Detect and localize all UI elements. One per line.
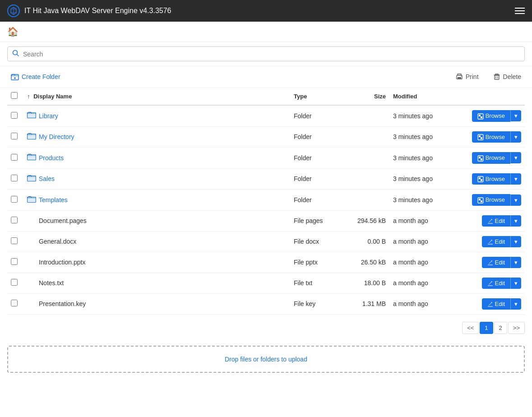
row-size-cell: 0.00 B <box>344 231 389 252</box>
browse-dropdown-button[interactable]: ▾ <box>510 131 521 143</box>
row-checkbox[interactable] <box>11 237 18 244</box>
table-row: TemplatesFolder3 minutes agoBrowse▾ <box>7 190 525 211</box>
row-checkbox-cell <box>7 210 23 231</box>
row-action-cell: Edit▾ <box>462 273 525 293</box>
browse-button-wrap: Browse▾ <box>472 131 521 143</box>
edit-dropdown-button[interactable]: ▾ <box>510 215 521 227</box>
folder-link[interactable]: Products <box>39 154 64 162</box>
edit-dropdown-button[interactable]: ▾ <box>510 257 521 268</box>
browse-icon <box>477 134 484 140</box>
table-row: SalesFolder3 minutes agoBrowse▾ <box>7 168 525 190</box>
menu-button[interactable] <box>515 8 525 14</box>
browse-button[interactable]: Browse <box>472 194 510 206</box>
row-type-cell: Folder <box>290 148 344 169</box>
row-checkbox[interactable] <box>11 258 18 265</box>
file-name: Presentation.key <box>39 300 86 307</box>
row-checkbox[interactable] <box>11 112 18 119</box>
row-checkbox[interactable] <box>11 133 18 139</box>
row-checkbox[interactable] <box>11 300 18 306</box>
row-checkbox-cell <box>7 190 23 211</box>
table-row: ProductsFolder3 minutes agoBrowse▾ <box>7 148 525 169</box>
folder-link[interactable]: My Directory <box>39 133 74 140</box>
edit-icon <box>487 259 493 265</box>
browse-button[interactable]: Browse <box>472 173 510 185</box>
pagination-page-2[interactable]: 2 <box>494 322 507 334</box>
table-row: Document.pagesFile pages294.56 kBa month… <box>7 210 525 231</box>
print-icon <box>456 73 463 80</box>
svg-rect-30 <box>481 179 482 181</box>
file-name: Document.pages <box>39 217 87 224</box>
browse-dropdown-button[interactable]: ▾ <box>510 152 521 163</box>
home-button[interactable]: 🏠 <box>7 27 19 37</box>
row-action-cell: Browse▾ <box>462 105 525 126</box>
row-checkbox[interactable] <box>11 279 18 286</box>
row-type-cell: File docx <box>290 231 344 252</box>
edit-button[interactable]: Edit <box>482 257 510 268</box>
search-input[interactable] <box>23 51 520 58</box>
row-size-cell: 294.56 kB <box>344 210 389 231</box>
browse-button[interactable]: Browse <box>472 131 510 143</box>
row-checkbox-cell <box>7 273 23 293</box>
row-size-cell <box>344 148 389 169</box>
search-icon <box>12 50 19 58</box>
folder-icon <box>27 153 36 162</box>
svg-rect-12 <box>495 75 499 79</box>
row-checkbox[interactable] <box>11 154 18 161</box>
row-name-cell: Templates <box>23 190 290 211</box>
row-checkbox[interactable] <box>11 217 18 223</box>
browse-dropdown-button[interactable]: ▾ <box>510 195 521 206</box>
browse-button[interactable]: Browse <box>472 110 510 122</box>
browse-dropdown-button[interactable]: ▾ <box>510 173 521 185</box>
pagination-first[interactable]: << <box>462 322 479 334</box>
row-type-cell: Folder <box>290 105 344 126</box>
table-body: LibraryFolder3 minutes agoBrowse▾My Dire… <box>7 105 525 314</box>
pagination-page-1[interactable]: 1 <box>480 322 493 334</box>
folder-link[interactable]: Library <box>39 112 58 120</box>
svg-rect-29 <box>479 177 481 179</box>
print-label: Print <box>466 73 479 80</box>
row-checkbox-cell <box>7 148 23 169</box>
pagination-next[interactable]: >> <box>508 322 525 334</box>
create-folder-button[interactable]: Create Folder <box>7 71 64 83</box>
row-checkbox-cell <box>7 231 23 252</box>
row-action-cell: Browse▾ <box>462 126 525 148</box>
row-checkbox[interactable] <box>11 175 18 181</box>
browse-icon <box>477 113 484 120</box>
row-checkbox[interactable] <box>11 196 18 203</box>
folder-icon <box>27 174 36 184</box>
folder-link[interactable]: Templates <box>39 196 68 204</box>
svg-rect-26 <box>481 158 482 160</box>
edit-button[interactable]: Edit <box>482 236 510 247</box>
edit-button-wrap: Edit▾ <box>482 215 521 227</box>
edit-button[interactable]: Edit <box>482 298 510 310</box>
edit-button[interactable]: Edit <box>482 215 510 227</box>
toolbar-left: Create Folder <box>7 71 64 83</box>
edit-dropdown-button[interactable]: ▾ <box>510 298 521 310</box>
row-action-cell: Edit▾ <box>462 252 525 273</box>
folder-link[interactable]: Sales <box>39 175 55 182</box>
delete-button[interactable]: Delete <box>490 71 525 82</box>
header-display-name[interactable]: ↑ Display Name <box>23 88 290 105</box>
row-name-cell: Products <box>23 148 290 169</box>
svg-rect-10 <box>458 77 461 79</box>
print-button[interactable]: Print <box>452 71 482 82</box>
browse-dropdown-button[interactable]: ▾ <box>510 110 521 121</box>
edit-dropdown-button[interactable]: ▾ <box>510 236 521 247</box>
row-modified-cell: a month ago <box>389 231 462 252</box>
row-modified-cell: 3 minutes ago <box>389 126 462 148</box>
row-name-cell: Sales <box>23 168 290 190</box>
edit-dropdown-button[interactable]: ▾ <box>510 278 521 289</box>
row-action-cell: Browse▾ <box>462 168 525 190</box>
svg-rect-34 <box>481 200 482 202</box>
select-all-checkbox[interactable] <box>11 92 18 99</box>
edit-button[interactable]: Edit <box>482 278 510 289</box>
drop-zone[interactable]: Drop files or folders to upload <box>7 346 525 373</box>
row-type-cell: Folder <box>290 168 344 190</box>
table-row: Introduction.pptxFile pptx26.50 kBa mont… <box>7 252 525 273</box>
browse-button[interactable]: Browse <box>472 152 510 164</box>
row-name-cell: My Directory <box>23 126 290 148</box>
row-name-cell: Document.pages <box>23 210 290 231</box>
row-modified-cell: a month ago <box>389 293 462 314</box>
table-row: LibraryFolder3 minutes agoBrowse▾ <box>7 105 525 126</box>
row-action-cell: Browse▾ <box>462 148 525 169</box>
